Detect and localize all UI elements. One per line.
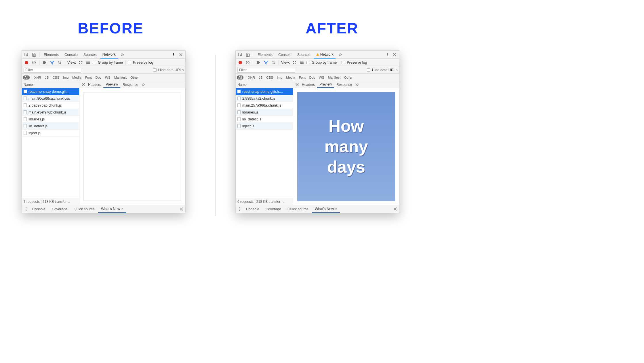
large-rows-icon[interactable] [291,60,297,65]
filter-input[interactable] [237,67,295,73]
drawer-tab-console[interactable]: Console [29,205,48,213]
detail-tab-headers[interactable]: Headers [300,81,317,88]
detail-tab-response[interactable]: Response [334,81,354,88]
clear-button[interactable] [31,60,37,65]
inspect-icon[interactable] [237,52,243,58]
type-filter-doc[interactable]: Doc [308,75,317,80]
drawer-tab-quick-source[interactable]: Quick source [71,205,98,213]
type-filter-font[interactable]: Font [298,75,307,80]
device-toggle-icon[interactable] [245,52,251,58]
type-filter-img[interactable]: Img [62,75,70,80]
more-detail-tabs-icon[interactable] [140,82,146,88]
devtools-tab-elements[interactable]: Elements [256,51,275,58]
type-filter-all[interactable]: All [237,75,243,80]
drawer-menu-icon[interactable] [237,206,243,212]
more-detail-tabs-icon[interactable] [354,82,359,88]
type-filter-css[interactable]: CSS [265,75,275,80]
drawer-tab-what-s-new[interactable]: What's New× [98,205,126,213]
drawer-tab-coverage[interactable]: Coverage [49,205,70,213]
type-filter-media[interactable]: Media [71,75,83,80]
devtools-tab-elements[interactable]: Elements [42,51,61,58]
inspect-icon[interactable] [24,52,29,58]
preserve-log-checkbox[interactable] [128,61,131,64]
detail-tab-preview[interactable]: Preview [103,81,120,88]
detail-tab-response[interactable]: Response [120,81,140,88]
close-drawer-icon[interactable] [392,206,398,212]
more-tabs-icon[interactable] [119,52,125,58]
type-filter-xhr[interactable]: XHR [33,75,43,80]
request-row[interactable]: react-no-snap-demo.glit... [22,88,79,95]
close-detail-icon[interactable] [294,82,300,88]
devtools-tab-network[interactable]: Network [100,51,118,58]
drawer-tab-quick-source[interactable]: Quick source [285,205,311,213]
type-filter-all[interactable]: All [23,75,30,80]
search-icon[interactable] [270,60,276,65]
request-row[interactable]: inject.js [236,123,293,130]
close-drawer-icon[interactable] [178,206,184,212]
devtools-tab-sources[interactable]: Sources [295,51,313,58]
close-devtools-icon[interactable] [392,52,397,58]
request-row[interactable]: lib_detect.js [22,123,79,130]
record-button[interactable] [237,60,243,65]
request-row[interactable]: react-snap-demo.glitch.... [236,88,293,95]
type-filter-xhr[interactable]: XHR [247,75,256,80]
small-rows-icon[interactable] [85,60,91,65]
clear-button[interactable] [245,60,251,65]
request-row[interactable]: lib_detect.js [236,116,293,123]
hide-data-urls-checkbox[interactable] [153,68,157,72]
type-filter-ws[interactable]: WS [104,75,112,80]
type-filter-doc[interactable]: Doc [94,75,103,80]
search-icon[interactable] [57,60,62,65]
request-row[interactable]: 2.dad97bab.chunk.js [22,102,79,109]
record-button[interactable] [24,60,29,65]
screenshot-icon[interactable] [42,60,47,65]
filter-toggle-icon[interactable] [49,60,55,65]
device-toggle-icon[interactable] [31,52,37,58]
type-filter-js[interactable]: JS [257,75,264,80]
settings-menu-icon[interactable] [170,52,176,58]
type-filter-manifest[interactable]: Manifest [327,75,342,80]
close-tab-icon[interactable]: × [335,207,337,211]
drawer-tab-what-s-new[interactable]: What's New× [312,205,340,213]
devtools-tab-network[interactable]: Network [314,51,336,58]
type-filter-font[interactable]: Font [84,75,93,80]
small-rows-icon[interactable] [299,60,305,65]
large-rows-icon[interactable] [78,60,83,65]
screenshot-icon[interactable] [256,60,261,65]
type-filter-ws[interactable]: WS [317,75,326,80]
type-filter-manifest[interactable]: Manifest [113,75,128,80]
type-filter-media[interactable]: Media [285,75,296,80]
devtools-tab-console[interactable]: Console [62,51,80,58]
close-detail-icon[interactable] [81,82,86,88]
name-column-header[interactable]: Name [22,81,79,88]
preserve-log-checkbox[interactable] [342,61,345,64]
filter-input[interactable] [24,67,81,73]
close-devtools-icon[interactable] [178,52,184,58]
request-row[interactable]: inject.js [22,130,79,137]
type-filter-img[interactable]: Img [275,75,284,80]
drawer-tab-console[interactable]: Console [243,205,262,213]
settings-menu-icon[interactable] [384,52,390,58]
group-by-frame-checkbox[interactable] [306,61,310,64]
type-filter-css[interactable]: CSS [51,75,61,80]
devtools-tab-sources[interactable]: Sources [81,51,99,58]
request-row[interactable]: libraries.js [236,109,293,116]
detail-tab-headers[interactable]: Headers [86,81,103,88]
request-row[interactable]: main.80ca66ca.chunk.css [22,95,79,102]
request-row[interactable]: main.257a366a.chunk.js [236,102,293,109]
devtools-tab-console[interactable]: Console [276,51,294,58]
request-row[interactable]: main.e3ef976b.chunk.js [22,109,79,116]
type-filter-other[interactable]: Other [343,75,354,80]
name-column-header[interactable]: Name [236,81,293,88]
filter-toggle-icon[interactable] [263,60,269,65]
more-tabs-icon[interactable] [337,52,343,58]
request-row[interactable]: libraries.js [22,116,79,123]
detail-tab-preview[interactable]: Preview [317,81,334,88]
type-filter-other[interactable]: Other [129,75,140,80]
type-filter-js[interactable]: JS [43,75,50,80]
drawer-menu-icon[interactable] [23,206,29,212]
request-row[interactable]: 2.9895a7a2.chunk.js [236,95,293,102]
group-by-frame-checkbox[interactable] [93,61,96,64]
close-tab-icon[interactable]: × [121,207,123,211]
hide-data-urls-checkbox[interactable] [367,68,370,72]
